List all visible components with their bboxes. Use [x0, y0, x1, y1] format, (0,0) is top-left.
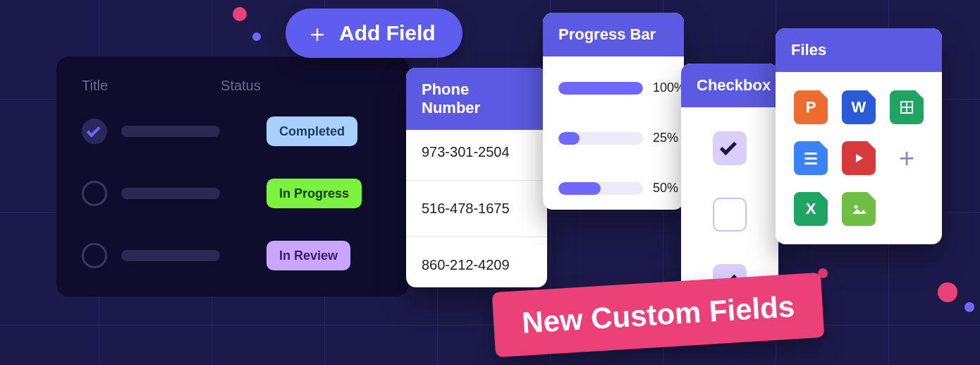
status-badge[interactable]: Completed: [267, 116, 357, 146]
task-row[interactable]: Completed: [82, 116, 384, 146]
progress-row: 50%: [558, 181, 668, 196]
phone-value: 973-301-2504: [422, 144, 532, 160]
task-title-placeholder: [121, 250, 220, 261]
add-file-button[interactable]: +: [890, 141, 924, 175]
progress-fill: [558, 82, 643, 95]
decorative-dot: [233, 7, 247, 21]
task-checkbox[interactable]: [82, 119, 107, 144]
svg-point-4: [855, 205, 858, 209]
plus-icon: ＋: [305, 21, 329, 45]
task-title-placeholder: [121, 188, 220, 199]
progress-label: 50%: [653, 181, 678, 196]
task-checkbox[interactable]: [82, 243, 107, 268]
column-header-status: Status: [221, 78, 261, 94]
add-field-label: Add Field: [339, 21, 436, 45]
checkbox[interactable]: [713, 131, 747, 165]
check-icon: [87, 124, 101, 138]
task-table: Title Status Completed In Progress In Re…: [56, 56, 409, 297]
card-title: Files: [776, 28, 942, 72]
svg-marker-5: [852, 209, 866, 214]
progress-bar-card: Progress Bar 100% 25% 50%: [543, 13, 684, 210]
card-title: Progress Bar: [543, 13, 684, 56]
status-badge[interactable]: In Review: [267, 241, 350, 270]
progress-track[interactable]: [558, 132, 643, 145]
progress-track[interactable]: [558, 182, 643, 195]
svg-marker-3: [856, 154, 863, 162]
progress-label: 100%: [653, 80, 684, 95]
check-icon: [720, 138, 737, 155]
progress-row: 100%: [558, 80, 668, 95]
phone-number-card: Phone Number 973-301-2504516-478-1675860…: [406, 68, 547, 287]
progress-track[interactable]: [558, 82, 643, 95]
progress-fill: [558, 132, 580, 145]
card-title: Phone Number: [406, 68, 547, 130]
video-file-icon[interactable]: [842, 141, 876, 175]
phone-value: 860-212-4209: [422, 257, 532, 273]
task-title-placeholder: [121, 126, 220, 137]
add-field-button[interactable]: ＋ Add Field: [286, 8, 463, 58]
status-badge[interactable]: In Progress: [267, 179, 362, 208]
column-header-title: Title: [82, 78, 108, 94]
docs-file-icon[interactable]: [794, 141, 828, 175]
progress-label: 25%: [653, 131, 678, 145]
files-card: Files PW+X: [776, 28, 942, 244]
progress-fill: [558, 182, 601, 195]
powerpoint-file-icon[interactable]: P: [794, 90, 828, 124]
progress-row: 25%: [558, 131, 668, 145]
decorative-dot: [938, 282, 957, 302]
decorative-dot: [964, 302, 974, 312]
image-file-icon[interactable]: [842, 192, 876, 226]
checkbox[interactable]: [713, 198, 747, 232]
banner-text: New Custom Fields: [521, 289, 796, 340]
task-checkbox[interactable]: [82, 181, 107, 206]
task-row[interactable]: In Progress: [82, 179, 384, 208]
task-row[interactable]: In Review: [82, 241, 384, 270]
decorative-dot: [252, 32, 261, 41]
phone-value: 516-478-1675: [422, 201, 532, 217]
card-title: Checkbox: [681, 64, 778, 107]
word-file-icon[interactable]: W: [842, 90, 876, 124]
sheets-file-icon[interactable]: [890, 90, 924, 124]
excel-file-icon[interactable]: X: [794, 192, 828, 226]
